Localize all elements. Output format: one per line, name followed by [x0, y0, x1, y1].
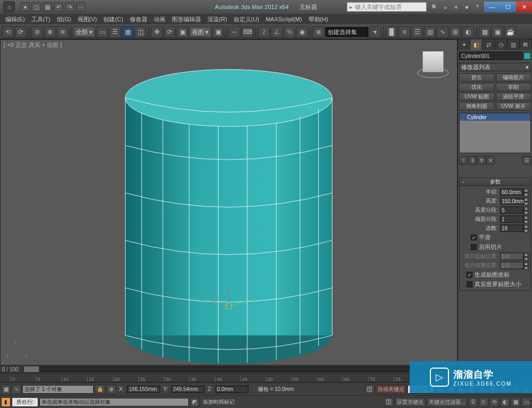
- select-rotate-icon[interactable]: ⟳: [164, 26, 176, 38]
- nav-region-zoom-icon[interactable]: ▭: [521, 397, 531, 407]
- menu-[interactable]: 图形编辑器: [169, 14, 204, 24]
- qat-new-icon[interactable]: ▾: [20, 2, 30, 12]
- menu-maxscriptm[interactable]: MAXScript(M): [262, 15, 305, 23]
- menu-e[interactable]: 编辑(E): [2, 14, 28, 24]
- menu-v[interactable]: 视图(V): [74, 14, 101, 24]
- window-crossing-icon[interactable]: ◫: [135, 26, 146, 38]
- menu-[interactable]: 修改器: [127, 14, 151, 24]
- render-production-icon[interactable]: ☕: [504, 26, 516, 38]
- schematic-view-icon[interactable]: ⊞: [450, 26, 461, 38]
- height-segs-spinner[interactable]: 5▲▼: [500, 206, 529, 214]
- window-minimize-button[interactable]: —: [484, 2, 500, 12]
- modifier-button-7[interactable]: UVW 展开: [496, 102, 531, 111]
- use-pivot-icon[interactable]: ▣: [212, 26, 224, 38]
- qat-more-icon[interactable]: ⋯: [76, 2, 86, 12]
- material-editor-icon[interactable]: ◐: [462, 26, 474, 38]
- nav-orbit-icon[interactable]: ⟲: [489, 397, 499, 407]
- qat-redo-icon[interactable]: ↷: [65, 2, 74, 12]
- select-region-icon[interactable]: ▦: [122, 26, 134, 38]
- named-sel-drop-icon[interactable]: ▾: [369, 26, 381, 38]
- keyboard-shortcut-icon[interactable]: ⌨: [242, 26, 253, 38]
- named-selection-sets-dropdown[interactable]: 创建选择集: [326, 27, 368, 37]
- transform-type-in-icon[interactable]: ⊕: [106, 385, 116, 394]
- viewcube[interactable]: [414, 43, 452, 80]
- key-mode-icon[interactable]: ⚿: [365, 385, 375, 394]
- nav-max-toggle-icon[interactable]: ▦: [511, 397, 520, 407]
- slice-on-checkbox[interactable]: [471, 244, 477, 250]
- stack-item-cylinder[interactable]: Cylinder: [460, 113, 530, 121]
- select-by-name-icon[interactable]: ☰: [109, 26, 121, 38]
- track-bar-toggle-icon[interactable]: ▦: [1, 385, 11, 394]
- qat-undo-icon[interactable]: ↶: [54, 2, 63, 12]
- rw-size-checkbox[interactable]: [467, 281, 472, 287]
- infocenter-signin-icon[interactable]: ⍟: [440, 3, 450, 11]
- modifier-list-dropdown[interactable]: 修改器列表▾: [459, 63, 531, 71]
- viewport-label[interactable]: [ +0 正交 真实 + 边面 ]: [4, 41, 62, 49]
- menu-h[interactable]: 帮助(H): [305, 14, 331, 24]
- unlink-icon[interactable]: ⊗: [44, 26, 56, 38]
- pin-stack-icon[interactable]: ⫯: [459, 156, 468, 164]
- modifier-button-1[interactable]: 编辑面片: [496, 73, 531, 82]
- infocenter-fav-icon[interactable]: ★: [462, 3, 471, 11]
- tab-motion-icon[interactable]: ◷: [495, 39, 508, 50]
- infocenter-help-icon[interactable]: ?: [472, 3, 482, 11]
- menu-[interactable]: 动画: [151, 14, 169, 24]
- infocenter-search-icon[interactable]: 🔍: [430, 3, 439, 11]
- qat-open-icon[interactable]: ▢: [31, 2, 41, 12]
- modifier-button-4[interactable]: UVW 贴图: [459, 93, 495, 101]
- modifier-button-2[interactable]: 优化: [459, 83, 495, 91]
- selection-lock-icon[interactable]: 🔒: [95, 385, 105, 394]
- smooth-checkbox[interactable]: ✓: [471, 235, 477, 240]
- rendered-frame-icon[interactable]: ▣: [492, 26, 503, 38]
- spinner-snap-icon[interactable]: ◉: [296, 26, 308, 38]
- modifier-stack[interactable]: Cylinder: [459, 113, 531, 153]
- tab-hierarchy-icon[interactable]: ⇄: [483, 39, 495, 50]
- undo-icon[interactable]: ⟲: [2, 26, 14, 38]
- modifier-button-3[interactable]: 车削: [496, 83, 531, 91]
- auto-key-button[interactable]: 自动关键点: [376, 385, 406, 394]
- rollout-parameters-header[interactable]: 参数: [459, 178, 531, 186]
- set-key-button[interactable]: 设置关键点: [395, 397, 426, 407]
- infocenter-exchange-icon[interactable]: ✳: [451, 3, 461, 11]
- set-key-large-icon[interactable]: ⚿: [384, 397, 394, 407]
- window-maximize-button[interactable]: ☐: [500, 2, 516, 12]
- menu-g[interactable]: 组(G): [54, 14, 74, 24]
- edit-named-sel-icon[interactable]: ≣: [313, 26, 325, 38]
- modifier-button-6[interactable]: 倒角剖面: [459, 102, 495, 111]
- snap-2d-icon[interactable]: 2: [258, 26, 270, 38]
- isolate-icon[interactable]: ◩: [190, 397, 200, 407]
- add-time-tag[interactable]: 添加时间标记: [201, 398, 237, 406]
- height-spinner[interactable]: 150.0mm▲▼: [500, 197, 529, 205]
- tab-utilities-icon[interactable]: 🛠: [520, 39, 532, 50]
- selection-filter-dropdown[interactable]: 全部▾: [73, 27, 95, 37]
- tab-create-icon[interactable]: ✦: [458, 39, 470, 50]
- snap-percent-icon[interactable]: %: [284, 26, 295, 38]
- layers-icon[interactable]: ☲: [411, 26, 423, 38]
- curve-editor-icon[interactable]: ∿: [437, 26, 448, 38]
- object-color-swatch[interactable]: [523, 52, 531, 60]
- modifier-button-0[interactable]: 挤出: [459, 73, 495, 82]
- mirror-icon[interactable]: ▐▌: [386, 26, 397, 38]
- select-object-icon[interactable]: ▭: [96, 26, 108, 38]
- coord-y-field[interactable]: 249.54mm: [171, 386, 204, 393]
- tab-display-icon[interactable]: ▥: [508, 39, 520, 50]
- align-icon[interactable]: ≡: [398, 26, 410, 38]
- render-setup-icon[interactable]: ▦: [479, 26, 491, 38]
- time-config-icon[interactable]: 0: [468, 397, 478, 407]
- key-filters-button[interactable]: 关键点过滤器...: [427, 397, 467, 407]
- object-name-field[interactable]: Cylinder001: [459, 52, 522, 60]
- nav-walk-icon[interactable]: ◐: [500, 397, 510, 407]
- select-manipulate-icon[interactable]: ↔: [229, 26, 240, 38]
- time-config2-icon[interactable]: ⏲: [479, 397, 488, 407]
- cap-segs-spinner[interactable]: 1▲▼: [500, 215, 529, 223]
- coord-x-field[interactable]: 186.155mm: [127, 386, 160, 393]
- menu-r[interactable]: 渲染(R): [204, 14, 230, 24]
- remove-modifier-icon[interactable]: ✕: [486, 156, 495, 164]
- mini-curve-icon[interactable]: ∿: [12, 385, 21, 394]
- coord-z-field[interactable]: 0.0mm: [215, 386, 248, 393]
- maxscript-listener-icon[interactable]: ▮: [1, 397, 11, 407]
- help-search-input[interactable]: ▸键入关键字或短语: [347, 2, 427, 12]
- tab-modify-icon[interactable]: ◧: [470, 39, 483, 50]
- menu-c[interactable]: 创建(C): [100, 14, 126, 24]
- redo-icon[interactable]: ⟳: [15, 26, 27, 38]
